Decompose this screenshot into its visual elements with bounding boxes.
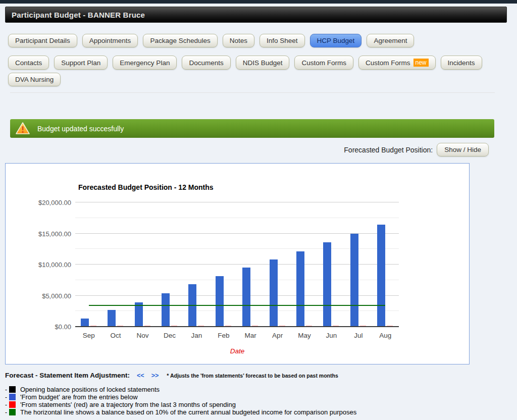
chart-title: Forecasted Budget Position - 12 Months — [78, 183, 214, 191]
budget-bar-dec — [162, 293, 170, 327]
budget-bar-aug — [377, 225, 385, 327]
x-axis-tick-label: Mar — [245, 332, 256, 339]
legend-item: -The horizontal line shows a balance bas… — [5, 409, 356, 415]
legend-color-swatch — [9, 409, 16, 415]
tab-label: Participant Details — [15, 37, 70, 44]
y-axis-tick-label: $10,000.00 — [38, 261, 71, 269]
tab-label: Emergency Plan — [120, 59, 170, 67]
legend-item-text: 'From statements' (red) are a trajectory… — [20, 401, 236, 408]
x-axis-tick-label: Nov — [137, 332, 149, 339]
budget-bar-jun — [323, 242, 331, 327]
tab-incidents[interactable]: Incidents — [441, 56, 482, 70]
y-axis-tick-label: $5,000.00 — [42, 292, 71, 299]
major-gridline — [75, 202, 399, 202]
legend-item-text: Opening balance positions of locked stat… — [20, 386, 160, 393]
tab-contacts[interactable]: Contacts — [8, 56, 49, 70]
tab-label: Documents — [189, 59, 223, 67]
x-axis-tick-label: Jan — [191, 332, 202, 339]
x-axis-tick-label: Jun — [326, 332, 337, 339]
tab-row: ContactsSupport PlanEmergency PlanDocume… — [8, 56, 482, 70]
x-axis-tick-label: Sep — [83, 332, 95, 339]
tab-emergency-plan[interactable]: Emergency Plan — [113, 56, 177, 70]
y-axis-tick-label: $15,000.00 — [38, 230, 71, 237]
legend-color-swatch — [9, 394, 16, 400]
tab-label: Incidents — [448, 59, 475, 67]
tab-label: Info Sheet — [267, 37, 298, 44]
statement-adjustment-row: Forecast - Statement Item Adjustment: <<… — [5, 372, 338, 379]
legend-dash: - — [5, 394, 9, 401]
primary-tab-bar: Participant DetailsAppointmentsPackage S… — [8, 34, 414, 47]
x-axis-tick-label: Jul — [354, 332, 363, 339]
tab-label: Notes — [230, 37, 247, 44]
budget-bar-apr — [270, 259, 278, 327]
alert-message: Budget updated succesfully — [37, 125, 124, 133]
tab-hcp-budget[interactable]: HCP Budget — [310, 34, 362, 47]
warning-triangle-icon — [15, 122, 30, 135]
y-axis-tick-label: $20,000.00 — [38, 199, 71, 206]
budget-bar-oct — [108, 310, 116, 327]
legend-dash: - — [5, 401, 9, 408]
legend-item-text: 'From budget' are from the entries below — [20, 393, 138, 401]
tab-label: Package Schedules — [150, 37, 210, 44]
tab-participant-details[interactable]: Participant Details — [8, 34, 77, 47]
legend-color-swatch — [9, 386, 16, 393]
forecast-toggle-row: Forecasted Budget Position: Show / Hide — [0, 143, 489, 156]
chart-x-axis-title: Date — [230, 347, 245, 355]
x-axis-tick-label: Apr — [272, 332, 283, 339]
tab-notes[interactable]: Notes — [223, 34, 254, 47]
tab-documents[interactable]: Documents — [182, 56, 230, 70]
legend-dash: - — [5, 386, 9, 393]
x-axis-tick-label: Feb — [218, 332, 229, 339]
new-badge: new — [413, 59, 429, 67]
chart-plot-area: SepOctNovDecJanFebMarAprMayJunJulAug — [75, 202, 399, 327]
adjustment-label: Forecast - Statement Item Adjustment: — [5, 372, 130, 379]
minor-gridline — [75, 218, 399, 218]
budget-bar-sep — [81, 319, 89, 327]
budget-bar-feb — [216, 276, 224, 327]
x-axis-tick-label: Aug — [379, 332, 391, 339]
budget-bar-may — [296, 251, 304, 327]
chart-legend: -Opening balance positions of locked sta… — [5, 386, 356, 415]
legend-color-swatch — [9, 401, 16, 408]
tab-label: Custom Forms — [366, 59, 410, 67]
legend-dash: - — [5, 409, 9, 416]
browser-top-strip — [0, 0, 517, 4]
tab-label: Agreement — [374, 37, 407, 44]
tab-ndis-budget[interactable]: NDIS Budget — [236, 56, 290, 70]
tab-label: Contacts — [15, 59, 42, 67]
legend-item: -'From budget' are from the entries belo… — [5, 394, 356, 400]
section-divider — [10, 92, 495, 93]
tab-label: Custom Forms — [301, 59, 346, 67]
page-title: Participant Budget - BANNER Bruce — [12, 11, 145, 19]
x-axis-tick-label: May — [298, 332, 311, 339]
tab-label: Appointments — [89, 37, 131, 44]
budget-bar-mar — [242, 268, 250, 327]
tab-appointments[interactable]: Appointments — [82, 34, 138, 47]
tab-custom-forms-new[interactable]: Custom Formsnew — [358, 56, 436, 70]
tab-custom-forms[interactable]: Custom Forms — [294, 56, 353, 70]
tab-support-plan[interactable]: Support Plan — [54, 56, 108, 70]
x-axis-tick-label: Dec — [164, 332, 176, 339]
page-header-bar: Participant Budget - BANNER Bruce — [5, 7, 507, 23]
forecast-toggle-label: Forecasted Budget Position: — [344, 146, 433, 154]
tab-label: Support Plan — [61, 59, 100, 67]
x-axis-tick-label: Oct — [111, 332, 121, 339]
chart-y-axis-labels: $20,000.00$15,000.00$10,000.00$5,000.00$… — [6, 202, 71, 327]
tab-label: DVA Nursing — [15, 76, 54, 83]
reference-line — [89, 305, 386, 306]
adjustment-note: * Adjusts the 'from statements' forecast… — [167, 373, 338, 379]
budget-bar-jul — [350, 234, 358, 327]
tab-agreement[interactable]: Agreement — [367, 34, 414, 47]
x-axis-line — [75, 326, 399, 327]
legend-item: -'From statements' (red) are a trajector… — [5, 401, 356, 408]
forecast-chart-container: Forecasted Budget Position - 12 Months $… — [5, 163, 470, 364]
tab-info-sheet[interactable]: Info Sheet — [260, 34, 305, 47]
tab-package-schedules[interactable]: Package Schedules — [143, 34, 217, 47]
tab-row: DVA Nursing — [8, 73, 482, 86]
success-alert-banner: Budget updated succesfully — [10, 119, 494, 138]
adjust-back-link[interactable]: << — [137, 372, 144, 379]
show-hide-button[interactable]: Show / Hide — [437, 143, 489, 156]
tab-label: HCP Budget — [317, 37, 355, 44]
adjust-forward-link[interactable]: >> — [151, 372, 159, 379]
tab-dva-nursing[interactable]: DVA Nursing — [8, 73, 61, 86]
